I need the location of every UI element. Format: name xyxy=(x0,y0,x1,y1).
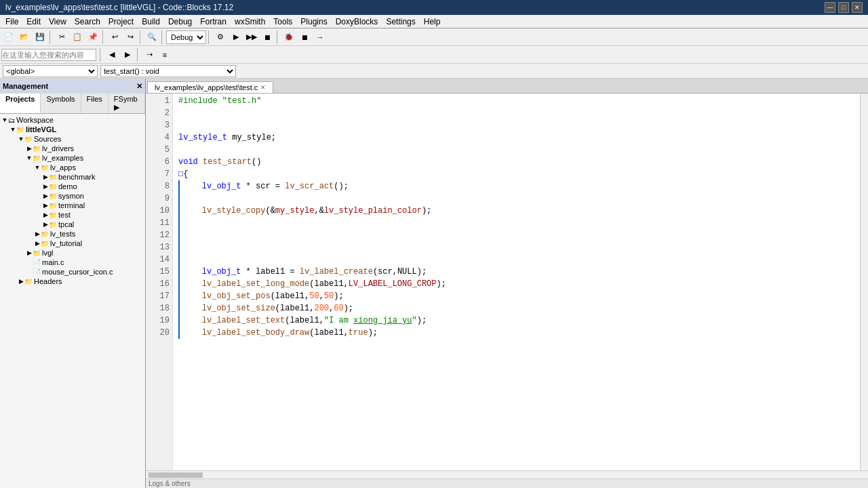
expand-headers[interactable]: ▶ xyxy=(18,278,24,285)
main-c-label: main.c xyxy=(42,258,64,266)
toolbar-1: 📄 📂 💾 ✂ 📋 📌 ↩ ↪ 🔍 Debug ⚙ ▶ ▶▶ ⏹ 🐞 ⏹ → xyxy=(0,28,868,46)
forward-button[interactable]: ▶ xyxy=(120,47,135,62)
workspace-icon: 🗂 xyxy=(8,117,15,124)
open-button[interactable]: 📂 xyxy=(17,30,32,45)
code-line-7: □{ xyxy=(178,168,863,180)
menu-item-plugins[interactable]: Plugins xyxy=(296,16,331,28)
menu-item-build[interactable]: Build xyxy=(138,16,164,28)
tree-item-lv-tutorial[interactable]: ▶ 📁 lv_tutorial xyxy=(1,239,144,248)
expand-benchmark[interactable]: ▶ xyxy=(42,174,49,180)
code-line-3 xyxy=(178,119,863,131)
search-input[interactable] xyxy=(1,49,96,61)
title-bar: lv_examples\lv_apps\test\test.c [littleV… xyxy=(0,0,868,15)
tree-item-main-c[interactable]: 📄 main.c xyxy=(1,258,144,267)
tree-item-lv-tests[interactable]: ▶ 📁 lv_tests xyxy=(1,229,144,239)
expand-lv-tutorial[interactable]: ▶ xyxy=(34,240,41,247)
global-scope-select[interactable]: <global> xyxy=(3,65,98,77)
redo-button[interactable]: ↪ xyxy=(123,30,138,45)
match-button[interactable]: ≡ xyxy=(157,47,172,62)
build-button[interactable]: ⚙ xyxy=(213,30,228,45)
new-button[interactable]: 📄 xyxy=(1,30,16,45)
mouse-cursor-label: mouse_cursor_icon.c xyxy=(42,268,113,276)
tab-fsymb[interactable]: FSymb ▶ xyxy=(108,94,145,113)
back-button[interactable]: ◀ xyxy=(104,47,119,62)
cut-button[interactable]: ✂ xyxy=(54,30,69,45)
expand-lv-drivers[interactable]: ▶ xyxy=(26,145,33,152)
tree-item-tpcal[interactable]: ▶ 📁 tpcal xyxy=(1,220,144,229)
find-button[interactable]: 🔍 xyxy=(144,30,159,45)
tree-item-sources[interactable]: ▼ 📁 Sources xyxy=(1,134,144,144)
menu-item-help[interactable]: Help xyxy=(420,16,445,28)
code-line-16: lv_label_set_long_mode(label1,LV_LABEL_L… xyxy=(178,278,863,290)
expand-lvgl[interactable]: ▶ xyxy=(26,249,33,256)
management-tabs: Projects Symbols Files FSymb ▶ xyxy=(0,94,145,114)
expand-lv-apps[interactable]: ▼ xyxy=(34,164,41,171)
menu-item-wxsmith[interactable]: wxSmith xyxy=(231,16,269,28)
code-line-6: void test_start() xyxy=(178,156,863,168)
editor-scrollbar-h[interactable] xyxy=(146,470,868,479)
management-close-button[interactable]: ✕ xyxy=(136,82,142,91)
tree-item-workspace[interactable]: ▼ 🗂 Workspace xyxy=(1,115,144,125)
expand-littlevgl[interactable]: ▼ xyxy=(9,126,16,133)
tree-item-demo[interactable]: ▶ 📁 demo xyxy=(1,182,144,191)
menu-item-settings[interactable]: Settings xyxy=(382,16,419,28)
tree-item-lv-apps[interactable]: ▼ 📁 lv_apps xyxy=(1,163,144,172)
jump-button[interactable]: ⇢ xyxy=(142,47,157,62)
lv-apps-icon: 📁 xyxy=(41,164,49,171)
code-editor[interactable]: #include "test.h" lv_style_t my_style; v… xyxy=(173,94,868,470)
tree-item-terminal[interactable]: ▶ 📁 terminal xyxy=(1,201,144,210)
editor-tab-close[interactable]: ✕ xyxy=(260,84,266,91)
expand-demo[interactable]: ▶ xyxy=(42,183,49,190)
tab-files[interactable]: Files xyxy=(81,94,108,113)
editor-scrollbar-v[interactable] xyxy=(860,94,868,470)
code-line-9 xyxy=(178,192,863,205)
menu-item-edit[interactable]: Edit xyxy=(22,16,45,28)
build-run-button[interactable]: ▶▶ xyxy=(244,30,259,45)
run-button[interactable]: ▶ xyxy=(229,30,243,45)
tree-item-headers[interactable]: ▶ 📁 Headers xyxy=(1,277,144,286)
undo-button[interactable]: ↩ xyxy=(107,30,122,45)
tab-projects[interactable]: Projects xyxy=(0,94,41,113)
expand-lv-tests[interactable]: ▶ xyxy=(34,230,41,237)
debug-start-button[interactable]: 🐞 xyxy=(281,30,296,45)
menu-item-file[interactable]: File xyxy=(1,16,22,28)
menu-item-doxyblocks[interactable]: DoxyBlocks xyxy=(332,16,382,28)
stop-button[interactable]: ⏹ xyxy=(260,30,275,45)
code-line-4: lv_style_t my_style; xyxy=(178,131,863,144)
expand-workspace[interactable]: ▼ xyxy=(1,117,8,123)
minimize-button[interactable]: — xyxy=(825,2,835,13)
paste-button[interactable]: 📌 xyxy=(85,30,100,45)
tree-item-lvgl[interactable]: ▶ 📁 lvgl xyxy=(1,248,144,258)
tree-item-sysmon[interactable]: ▶ 📁 sysmon xyxy=(1,191,144,201)
debug-config-select[interactable]: Debug xyxy=(166,30,206,44)
expand-terminal[interactable]: ▶ xyxy=(42,202,49,209)
tree-item-lv-examples[interactable]: ▼ 📁 lv_examples xyxy=(1,153,144,163)
menu-item-tools[interactable]: Tools xyxy=(269,16,296,28)
expand-tpcal[interactable]: ▶ xyxy=(42,221,49,228)
close-button[interactable]: ✕ xyxy=(852,2,863,13)
expand-lv-examples[interactable]: ▼ xyxy=(26,155,33,161)
tab-symbols[interactable]: Symbols xyxy=(41,94,81,113)
tree-item-lv-drivers[interactable]: ▶ 📁 lv_drivers xyxy=(1,144,144,153)
tree-item-benchmark[interactable]: ▶ 📁 benchmark xyxy=(1,172,144,182)
editor-tab-test-c[interactable]: lv_examples\lv_apps\test\test.c ✕ xyxy=(147,81,273,93)
expand-sysmon[interactable]: ▶ xyxy=(42,192,49,199)
function-select[interactable]: test_start() : void xyxy=(100,65,236,77)
menu-item-debug[interactable]: Debug xyxy=(164,16,196,28)
debug-step-button[interactable]: → xyxy=(313,30,328,45)
tree-item-littlevgl[interactable]: ▼ 📁 littleVGL xyxy=(1,125,144,134)
menu-item-project[interactable]: Project xyxy=(104,16,138,28)
expand-sources[interactable]: ▼ xyxy=(18,136,24,142)
tree-item-mouse-cursor[interactable]: 📄 mouse_cursor_icon.c xyxy=(1,267,144,277)
code-line-8: lv_obj_t * scr = lv_scr_act(); xyxy=(178,180,863,192)
save-button[interactable]: 💾 xyxy=(33,30,47,45)
copy-button[interactable]: 📋 xyxy=(70,30,85,45)
menu-item-search[interactable]: Search xyxy=(71,16,104,28)
debug-stop-button[interactable]: ⏹ xyxy=(297,30,312,45)
project-icon: 📁 xyxy=(16,126,24,134)
menu-item-fortran[interactable]: Fortran xyxy=(196,16,231,28)
tree-item-test[interactable]: ▶ 📁 test xyxy=(1,210,144,220)
expand-test[interactable]: ▶ xyxy=(42,211,49,218)
maximize-button[interactable]: □ xyxy=(838,2,849,13)
menu-item-view[interactable]: View xyxy=(45,16,71,28)
